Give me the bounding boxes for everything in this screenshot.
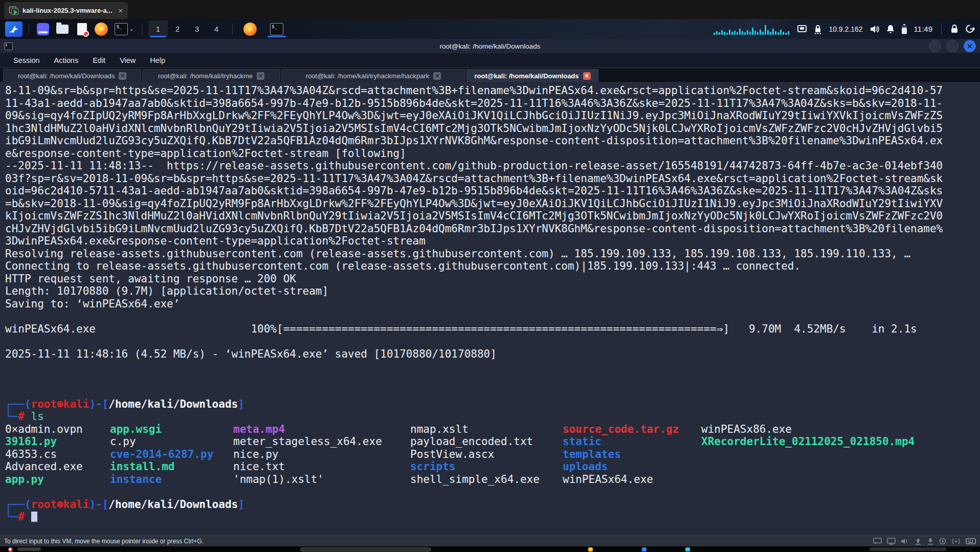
vmware-vm-tab[interactable]: kali-linux-2025.3-vmware-a... × (4, 2, 128, 19)
workspace-switcher: 1234 (148, 20, 226, 37)
file-entry: install.md (110, 460, 233, 473)
prompt-user: root (31, 498, 57, 511)
message-icon[interactable] (873, 538, 882, 545)
logout-icon[interactable] (965, 24, 975, 34)
lock-icon[interactable] (950, 24, 959, 34)
kali-menu-button[interactable] (5, 21, 23, 37)
terminal-tab[interactable]: root@kali: /home/kali/Downloads✕ (466, 69, 598, 82)
ls-output-row: Advanced.exeinstall.mdnice.txtscriptsupl… (0, 460, 980, 473)
terminal-line (0, 385, 980, 398)
file-entry: winPEASx64.exe (563, 473, 701, 486)
weather-icon[interactable] (8, 547, 13, 552)
terminal-tab[interactable]: root@kali: /home/kali/tryhackme/hackpark… (281, 69, 465, 82)
record-icon[interactable] (939, 538, 946, 545)
menu-item-session[interactable]: Session (13, 56, 40, 64)
folder-icon (56, 25, 69, 34)
terminal-icon: $_ (270, 23, 283, 35)
terminal-tab[interactable]: root@kali: /home/kali/Downloads✕ (3, 69, 141, 82)
shell-prompt-line2: └─# (0, 511, 980, 523)
panel-separator (232, 24, 233, 35)
download-saved-line: 2025-11-11 11:48:16 (4.52 MB/s) - ‘winPE… (0, 348, 980, 361)
tab-bar: root@kali: /home/kali/Downloads✕root@kal… (0, 68, 980, 82)
file-entry: nice.txt (233, 460, 410, 473)
workspace-1[interactable]: 1 (148, 20, 168, 37)
terminal-titlebar[interactable]: $ root@kali: /home/kali/Downloads ✕ (0, 39, 980, 53)
host-app-icon[interactable] (685, 547, 690, 551)
ls-output-row: 39161.pyc.pymeter_stageless_x64.exepaylo… (0, 435, 980, 448)
taskbar-terminal-window[interactable]: $_ (265, 20, 288, 37)
display-icon[interactable] (887, 538, 896, 545)
shell-prompt: ┌──(root⊛kali)-[/home/kali/Downloads] (0, 498, 980, 511)
file-entry: c.py (110, 435, 233, 448)
file-entry: static (563, 435, 701, 448)
menu-item-edit[interactable]: Edit (93, 56, 105, 64)
file-entry: templates (563, 448, 701, 461)
typed-command: ls (31, 410, 44, 423)
terminal-line: =b&skv=2018-11-09&sig=qy4foZIpUQ2yRM9Fp8… (0, 197, 980, 210)
file-entry: 46353.cs (5, 448, 110, 461)
shell-prompt: ┌──(root⊛kali)-[/home/kali/Downloads] (0, 398, 980, 411)
vm-tab-title: kali-linux-2025.3-vmware-a... (23, 7, 114, 14)
terminal-launcher[interactable]: $_ ⌄ (113, 21, 136, 37)
chevron-down-icon[interactable]: ⌄ (129, 26, 133, 32)
terminal-line: Length: 10170880 (9.7M) [application/oct… (0, 285, 980, 298)
speaker-icon[interactable] (870, 25, 880, 34)
host-folder-icon[interactable] (588, 547, 593, 551)
text-editor-button[interactable] (74, 21, 90, 37)
tab-close-icon[interactable]: ✕ (433, 72, 441, 80)
ethernet-icon[interactable] (797, 25, 807, 34)
tab-close-icon[interactable]: ✕ (583, 72, 591, 80)
close-button[interactable]: ✕ (964, 40, 976, 52)
tab-close-icon[interactable]: ✕ (257, 72, 264, 80)
bell-icon[interactable] (886, 24, 895, 34)
prompt-host: kali (63, 498, 90, 511)
minimize-button[interactable] (929, 40, 941, 52)
workspace-2[interactable]: 2 (168, 20, 187, 37)
workspace-4[interactable]: 4 (207, 20, 226, 37)
vmware-window: kali-linux-2025.3-vmware-a... × $_ ⌄ 123… (0, 0, 980, 552)
terminal-line: 11-43a1-aedd-ab1947aa7ab0&sktid=398a6654… (0, 97, 980, 110)
menu-item-view[interactable]: View (120, 56, 136, 64)
workspace-3[interactable]: 3 (187, 20, 207, 37)
vmware-status-bar: To direct input to this VM, move the mou… (0, 536, 980, 546)
file-manager-button[interactable] (55, 21, 70, 37)
close-icon[interactable]: × (118, 7, 123, 14)
vpn-lock-icon[interactable] (814, 24, 822, 34)
file-entry: PostView.ascx (410, 448, 563, 461)
maximize-button[interactable] (946, 40, 959, 52)
file-entry: shell_simple_x64.exe (410, 473, 563, 486)
terminal-body[interactable]: 8-11-09&sr=b&spr=https&se=2025-11-11T17%… (0, 82, 980, 536)
file-entry: source_code.tar.gz (563, 423, 701, 436)
host-app-icon[interactable] (642, 547, 647, 551)
file-entry: scripts (410, 460, 563, 473)
file-entry: uploads (563, 460, 701, 473)
ls-output-row: 0×admin.ovpnapp.wsgimeta.mp4nmap.xsltsou… (0, 423, 980, 436)
ls-output-row: app.pyinstance'nmap(1).xslt'shell_simple… (0, 473, 980, 486)
file-entry: 39161.py (5, 435, 110, 448)
vpn-ip-address[interactable]: 10.9.2.162 (829, 25, 862, 33)
signal-icon[interactable] (951, 538, 961, 545)
terminal-tab[interactable]: root@kali: /home/kali/tryhackme✕ (142, 69, 280, 82)
clock[interactable]: 11:49 (914, 25, 932, 33)
firefox-icon (95, 23, 108, 36)
volume-icon[interactable] (901, 538, 909, 545)
upload-icon[interactable] (915, 538, 922, 545)
terminal-line: Resolving release-assets.githubuserconte… (0, 248, 980, 260)
battery-icon[interactable] (901, 24, 907, 34)
prompt-path: /home/kali/Downloads (108, 498, 238, 511)
terminal-line (0, 485, 980, 498)
terminal-line: Saving to: ‘winPEASx64.exe’ (0, 298, 980, 311)
files-app-button[interactable] (35, 21, 51, 37)
tab-close-icon[interactable]: ✕ (119, 72, 126, 80)
file-entry: cve-2014-6287.py (110, 448, 233, 461)
menu-item-actions[interactable]: Actions (54, 56, 79, 64)
keyboard-icon[interactable] (966, 538, 976, 545)
text-cursor[interactable] (31, 512, 37, 522)
terminal-line: e&response-content-type=application%2Foc… (0, 147, 980, 160)
download-icon[interactable] (927, 538, 934, 545)
terminal-line: cHJvZHVjdGlvbi5ibG9iLmNvcmUud2luZG93cy5u… (0, 223, 980, 235)
taskbar-firefox-window[interactable] (239, 20, 261, 37)
host-search-box[interactable] (300, 547, 431, 551)
menu-item-help[interactable]: Help (150, 56, 165, 64)
firefox-launcher[interactable] (94, 21, 109, 37)
